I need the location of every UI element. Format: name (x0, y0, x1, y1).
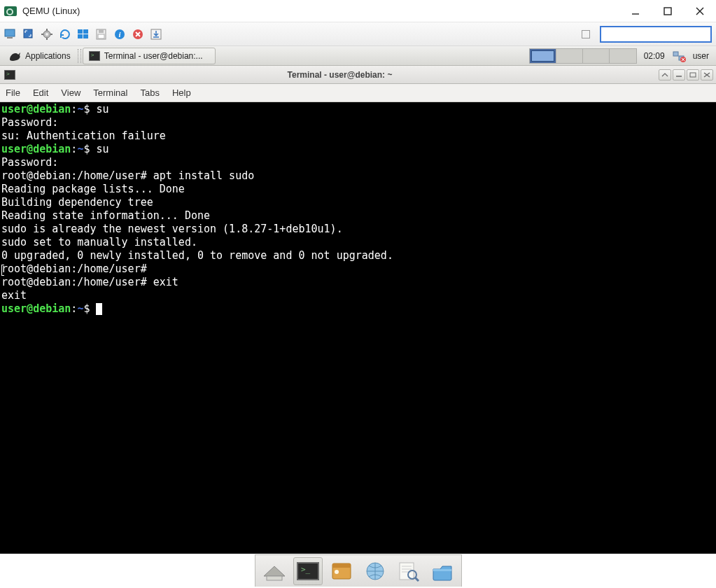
fullscreen-icon[interactable] (22, 28, 35, 41)
svg-rect-18 (99, 29, 104, 33)
window-close-button[interactable] (701, 69, 713, 80)
indicator-box (582, 30, 590, 38)
menu-edit[interactable]: Edit (33, 88, 48, 98)
terminal-icon (4, 70, 15, 80)
windows-icon[interactable] (77, 28, 90, 41)
host-search-input[interactable] (600, 26, 712, 43)
applications-menu[interactable]: Applications (3, 48, 76, 64)
close-round-icon[interactable] (132, 28, 144, 41)
workspace-1[interactable] (530, 49, 556, 63)
xfce-panel: Applications Terminal - user@debian:... … (0, 46, 716, 66)
svg-rect-27 (673, 52, 678, 56)
terminal-output[interactable]: user@debian:~$ suPassword: su: Authentic… (0, 102, 716, 554)
svg-rect-19 (98, 34, 104, 38)
menu-tabs[interactable]: Tabs (140, 88, 159, 98)
workspace-3[interactable] (583, 49, 610, 63)
menu-file[interactable]: File (6, 88, 20, 98)
panel-separator (78, 49, 81, 63)
menu-view[interactable]: View (61, 88, 80, 98)
host-maximize-button[interactable] (652, 0, 684, 22)
workspace-4[interactable] (610, 49, 636, 63)
svg-point-41 (335, 570, 339, 574)
terminal-icon (89, 51, 100, 61)
monitor-icon[interactable] (4, 28, 17, 41)
svg-rect-16 (83, 34, 88, 38)
terminal-window-title: Terminal - user@debian: ~ (21, 70, 659, 80)
gear-icon[interactable] (41, 28, 53, 41)
workspace-pager[interactable] (529, 48, 637, 64)
window-maximize-button[interactable] (687, 69, 699, 80)
svg-rect-6 (24, 29, 32, 38)
floppy-icon[interactable] (95, 28, 108, 41)
host-window-title: QEMU (Linux) (22, 6, 80, 16)
window-shade-button[interactable] (659, 69, 671, 80)
menu-terminal[interactable]: Terminal (93, 88, 127, 98)
network-icon[interactable] (672, 50, 686, 62)
svg-rect-14 (83, 29, 88, 34)
taskbar-item-terminal[interactable]: Terminal - user@debian:... (83, 48, 216, 64)
qemu-icon (4, 6, 17, 16)
svg-line-48 (415, 578, 419, 581)
home-folder-icon[interactable] (428, 557, 457, 585)
taskbar-item-label: Terminal - user@debian:... (104, 51, 203, 61)
menu-help[interactable]: Help (172, 88, 191, 98)
svg-rect-40 (332, 564, 351, 568)
svg-rect-33 (690, 73, 696, 77)
svg-point-8 (45, 33, 48, 36)
svg-rect-13 (78, 29, 83, 34)
dock: >_ (0, 554, 716, 588)
svg-text:>_: >_ (301, 565, 311, 574)
terminal-window-titlebar[interactable]: Terminal - user@debian: ~ (0, 66, 716, 84)
terminal-icon[interactable]: >_ (293, 557, 323, 585)
applications-label: Applications (25, 51, 71, 61)
svg-rect-4 (5, 29, 15, 36)
xfce-mouse-icon (8, 51, 21, 61)
terminal-menu-bar: File Edit View Terminal Tabs Help (0, 84, 716, 102)
workspace-2[interactable] (556, 49, 583, 63)
svg-rect-5 (7, 37, 13, 38)
show-desktop-icon[interactable] (260, 557, 289, 585)
app-finder-icon[interactable] (394, 557, 423, 585)
info-icon[interactable]: i (113, 28, 126, 41)
svg-rect-36 (267, 576, 282, 580)
svg-rect-1 (664, 8, 671, 15)
host-minimize-button[interactable] (619, 0, 652, 22)
web-browser-icon[interactable] (360, 557, 390, 585)
download-icon[interactable] (150, 28, 162, 41)
file-manager-icon[interactable] (327, 557, 356, 585)
refresh-icon[interactable] (59, 28, 71, 41)
host-titlebar: QEMU (Linux) (0, 0, 716, 22)
panel-clock[interactable]: 02:09 (640, 51, 669, 61)
host-close-button[interactable] (684, 0, 716, 22)
host-toolbar: i (0, 22, 716, 46)
window-minimize-button[interactable] (673, 69, 685, 80)
svg-rect-15 (78, 34, 83, 38)
panel-username[interactable]: user (689, 51, 713, 61)
